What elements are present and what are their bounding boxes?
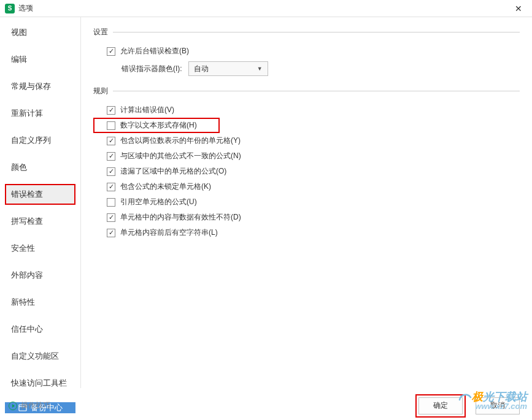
sidebar-item-recalculate[interactable]: 重新计算	[5, 103, 75, 124]
tips-label: 操作技巧	[21, 400, 50, 411]
footer-buttons: 确定 取消	[415, 394, 520, 418]
sidebar-item-color[interactable]: 颜色	[5, 157, 75, 178]
rule-checkbox-inconsistent-formula[interactable]	[107, 152, 115, 161]
indicator-color-dropdown[interactable]: 自动 ▼	[188, 61, 268, 76]
rule-row-2: 包含以两位数表示的年份的单元格(Y)	[93, 133, 520, 148]
rule-row-0: 计算出错误值(V)	[93, 102, 520, 118]
sidebar-item-spell-check[interactable]: 拼写检查	[5, 211, 75, 232]
rule-label: 数字以文本形式存储(H)	[120, 120, 197, 131]
indicator-color-label: 错误指示器颜色(I):	[121, 64, 182, 74]
rule-label: 遗漏了区域中的单元格的公式(O)	[120, 166, 226, 177]
divider	[113, 32, 520, 32]
app-icon: S	[5, 4, 15, 13]
rule-label: 与区域中的其他公式不一致的公式(N)	[120, 151, 241, 161]
cancel-button[interactable]: 取消	[476, 397, 520, 414]
enable-bg-check-label: 允许后台错误检查(B)	[120, 46, 189, 56]
rule-checkbox-two-digit-year[interactable]	[107, 137, 115, 145]
rule-label: 引用空单元格的公式(U)	[120, 197, 197, 207]
dialog-title: 选项	[18, 3, 33, 13]
titlebar-left: S 选项	[5, 3, 33, 13]
dialog-footer: 操作技巧 确定 取消	[0, 391, 532, 420]
sidebar-item-security[interactable]: 安全性	[5, 238, 75, 259]
rule-row-4: 遗漏了区域中的单元格的公式(O)	[93, 164, 520, 179]
sidebar-item-trust-center[interactable]: 信任中心	[5, 319, 75, 340]
ok-button[interactable]: 确定	[418, 397, 463, 414]
rule-checkbox-omit-cells[interactable]	[107, 167, 115, 176]
rule-label: 计算出错误值(V)	[120, 105, 174, 115]
rule-checkbox-calc-error[interactable]	[107, 106, 115, 115]
settings-title: 设置	[93, 27, 108, 37]
rule-checkbox-empty-cell-ref[interactable]	[107, 198, 115, 207]
play-circle-icon	[9, 402, 17, 410]
rule-label: 单元格中的内容与数据有效性不符(D)	[120, 212, 241, 223]
sidebar-items: 视图 编辑 常规与保存 重新计算 自定义序列 颜色 错误检查 拼写检查 安全性 …	[5, 22, 75, 400]
rule-label: 包含以两位数表示的年份的单元格(Y)	[120, 136, 241, 146]
rule-row-6: 引用空单元格的公式(U)	[93, 194, 520, 210]
sidebar-item-error-checking[interactable]: 错误检查	[5, 184, 75, 205]
rule-checkbox-number-as-text[interactable]	[107, 121, 115, 130]
rule-row-5: 包含公式的未锁定单元格(K)	[93, 179, 520, 194]
rule-label: 单元格内容前后有空字符串(L)	[120, 227, 218, 238]
sidebar-item-customize-ribbon[interactable]: 自定义功能区	[5, 346, 75, 367]
sidebar: 视图 编辑 常规与保存 重新计算 自定义序列 颜色 错误检查 拼写检查 安全性 …	[0, 17, 81, 388]
sidebar-item-edit[interactable]: 编辑	[5, 49, 75, 70]
sidebar-item-custom-lists[interactable]: 自定义序列	[5, 130, 75, 151]
dropdown-value: 自动	[194, 64, 209, 74]
rule-row-1-highlighted: 数字以文本形式存储(H)	[93, 118, 220, 133]
titlebar: S 选项 ✕	[0, 0, 532, 17]
rule-label: 包含公式的未锁定单元格(K)	[120, 181, 211, 192]
close-icon[interactable]: ✕	[510, 0, 527, 17]
dialog-body: 视图 编辑 常规与保存 重新计算 自定义序列 颜色 错误检查 拼写检查 安全性 …	[0, 17, 532, 388]
rules-title: 规则	[93, 86, 108, 96]
content-panel: 设置 允许后台错误检查(B) 错误指示器颜色(I): 自动 ▼ 规则	[81, 17, 532, 388]
sidebar-item-new-features[interactable]: 新特性	[5, 292, 75, 313]
rule-row-8: 单元格内容前后有空字符串(L)	[93, 225, 520, 240]
sidebar-item-general-save[interactable]: 常规与保存	[5, 76, 75, 97]
settings-header: 设置	[93, 27, 520, 37]
indicator-color-row: 错误指示器颜色(I): 自动 ▼	[93, 59, 520, 78]
sidebar-item-external-content[interactable]: 外部内容	[5, 265, 75, 286]
rules-section: 规则 计算出错误值(V) 数字以文本形式存储(H) 包含以两位数表示的年份的单元…	[93, 86, 520, 240]
tips-link[interactable]: 操作技巧	[9, 400, 50, 411]
divider	[113, 91, 520, 91]
rule-checkbox-data-validation[interactable]	[107, 213, 115, 222]
rule-checkbox-unlocked-formula[interactable]	[107, 183, 115, 191]
ok-button-highlight: 确定	[415, 394, 466, 418]
chevron-down-icon: ▼	[257, 66, 263, 72]
rule-checkbox-trailing-spaces[interactable]	[107, 229, 115, 237]
enable-bg-check-checkbox[interactable]	[107, 47, 115, 56]
sidebar-item-view[interactable]: 视图	[5, 22, 75, 43]
rule-row-7: 单元格中的内容与数据有效性不符(D)	[93, 210, 520, 225]
rules-header: 规则	[93, 86, 520, 96]
enable-bg-check-row: 允许后台错误检查(B)	[93, 44, 520, 59]
rule-row-3: 与区域中的其他公式不一致的公式(N)	[93, 148, 520, 164]
settings-section: 设置 允许后台错误检查(B) 错误指示器颜色(I): 自动 ▼	[93, 27, 520, 78]
